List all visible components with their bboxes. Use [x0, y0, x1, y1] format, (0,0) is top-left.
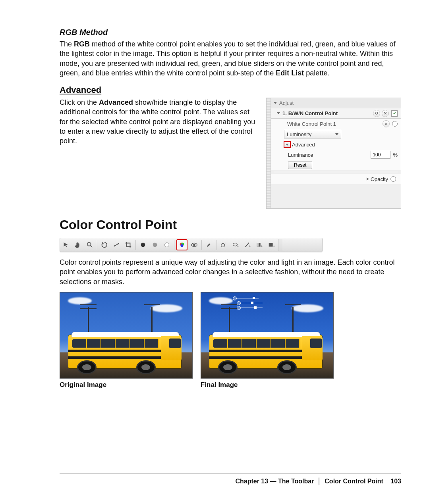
- svg-point-0: [87, 242, 91, 246]
- svg-text:+: +: [261, 244, 263, 248]
- toolbar-separator: [174, 240, 174, 250]
- rgb-method-heading: RGB Method: [60, 28, 401, 37]
- final-image: [201, 292, 334, 379]
- svg-point-6: [153, 243, 157, 247]
- svg-text:+: +: [249, 244, 251, 248]
- opacity-radio[interactable]: [390, 176, 396, 182]
- svg-text:+: +: [273, 244, 275, 248]
- toolbar-separator: [135, 240, 136, 250]
- panel-header-adjust[interactable]: Adjust: [271, 98, 401, 108]
- advanced-label: Advanced: [292, 142, 315, 148]
- svg-point-3: [114, 246, 115, 247]
- panel-divider: [274, 172, 398, 172]
- mode-select[interactable]: Luminosity: [284, 130, 341, 139]
- white-control-point-icon[interactable]: [162, 240, 172, 250]
- svg-line-1: [91, 246, 93, 248]
- panel-header-label: Adjust: [279, 100, 294, 106]
- color-control-point-icon[interactable]: [176, 239, 187, 250]
- panel-section-bwn[interactable]: 1. B/W/N Control Point ↺ ✕ ✓: [271, 108, 401, 119]
- luminance-input[interactable]: [371, 151, 390, 159]
- toolbar-separator: [97, 240, 97, 250]
- advanced-paragraph: Click on the Advanced show/hide triangle…: [60, 98, 257, 146]
- subitem-radio[interactable]: [392, 121, 398, 127]
- footer-section: Color Control Point: [325, 478, 383, 485]
- page-footer: Chapter 13 — The Toolbar │ Color Control…: [60, 473, 401, 485]
- disclosure-triangle-icon[interactable]: [274, 102, 277, 104]
- svg-point-10: [180, 244, 183, 247]
- advanced-heading: Advanced: [60, 85, 401, 95]
- toolbar-end-grip: [278, 239, 282, 251]
- footer-separator: │: [317, 478, 321, 485]
- svg-text:+: +: [237, 244, 239, 248]
- advanced-disclosure-button[interactable]: [284, 141, 290, 148]
- luminance-unit: %: [393, 152, 398, 158]
- straighten-tool-icon[interactable]: [111, 240, 122, 250]
- toolbar: + + + + +: [60, 238, 323, 252]
- text-bold: Edit List: [276, 69, 304, 77]
- svg-line-17: [245, 243, 249, 247]
- color-control-point-heading: Color Control Point: [60, 217, 401, 232]
- disclosure-triangle-icon[interactable]: [277, 112, 280, 114]
- fill-plus-icon[interactable]: +: [266, 240, 276, 250]
- panel-subitem-white-cp[interactable]: White Control Point 1 ✕: [271, 119, 401, 129]
- text: Click on the: [60, 98, 99, 106]
- opacity-row[interactable]: Opacity: [271, 174, 401, 184]
- redeye-tool-icon[interactable]: [189, 240, 199, 250]
- original-image: [60, 292, 193, 379]
- svg-point-5: [141, 243, 145, 247]
- zoom-tool-icon[interactable]: [85, 240, 95, 250]
- footer-chapter: Chapter 13 — The Toolbar: [235, 478, 314, 485]
- delete-icon[interactable]: ✕: [383, 120, 390, 127]
- hand-tool-icon[interactable]: [73, 240, 83, 250]
- gradient-plus-icon[interactable]: +: [254, 240, 265, 250]
- text-bold: Advanced: [99, 98, 133, 106]
- disclosure-triangle-icon: [286, 144, 289, 146]
- reset-row: Reset: [271, 160, 401, 170]
- lasso-plus-icon[interactable]: +: [230, 240, 241, 250]
- svg-point-13: [221, 244, 225, 247]
- panel-drag-grip[interactable]: [267, 98, 271, 208]
- luminance-label: Luminance: [288, 152, 313, 158]
- svg-point-12: [193, 244, 195, 246]
- text-bold: RGB: [74, 40, 90, 48]
- reset-button[interactable]: Reset: [288, 161, 312, 169]
- footer-page-number: 103: [390, 478, 401, 485]
- toolbar-separator: [201, 240, 202, 250]
- text: method of the white control point enable…: [60, 40, 396, 77]
- section-number: 1.: [282, 110, 287, 116]
- disclosure-triangle-right-icon[interactable]: [367, 177, 369, 181]
- black-control-point-icon[interactable]: [138, 240, 148, 250]
- subitem-label: White Control Point 1: [287, 121, 336, 127]
- original-image-caption: Original Image: [60, 381, 193, 389]
- revert-icon[interactable]: ↺: [373, 110, 380, 117]
- opacity-label: Opacity: [371, 176, 388, 182]
- toolbar-separator: [216, 240, 216, 250]
- dropdown-arrow-icon: [335, 133, 338, 135]
- neutral-control-point-icon[interactable]: [150, 240, 160, 250]
- crop-tool-icon[interactable]: [123, 240, 133, 250]
- line-plus-icon[interactable]: +: [242, 240, 253, 250]
- luminance-row: Luminance %: [271, 150, 401, 160]
- text: palette.: [304, 69, 329, 77]
- ccp-paragraph: Color control points represent a unique …: [60, 258, 401, 287]
- selection-brush-plus-icon[interactable]: +: [218, 240, 229, 250]
- rotate-tool-icon[interactable]: [99, 240, 110, 250]
- section-enable-checkbox[interactable]: ✓: [391, 110, 398, 117]
- mode-select-row: Luminosity: [271, 129, 401, 139]
- svg-rect-22: [269, 243, 273, 247]
- section-name: B/W/N Control Point: [288, 110, 338, 116]
- edit-list-panel: Adjust 1. B/W/N Control Point ↺ ✕ ✓ Whit…: [266, 98, 401, 209]
- mode-select-value: Luminosity: [287, 131, 311, 137]
- svg-point-4: [118, 243, 119, 244]
- svg-point-7: [165, 243, 169, 247]
- delete-icon[interactable]: ✕: [382, 110, 389, 117]
- svg-text:+: +: [225, 241, 227, 245]
- final-image-caption: Final Image: [201, 381, 334, 389]
- rgb-method-paragraph: The RGB method of the white control poin…: [60, 39, 401, 78]
- arrow-tool-icon[interactable]: [61, 240, 71, 250]
- example-images: Original Image: [60, 292, 401, 389]
- brush-tool-icon[interactable]: [204, 240, 214, 250]
- svg-rect-20: [257, 243, 259, 247]
- advanced-toggle-row: Advanced: [271, 139, 401, 150]
- text: The: [60, 40, 74, 48]
